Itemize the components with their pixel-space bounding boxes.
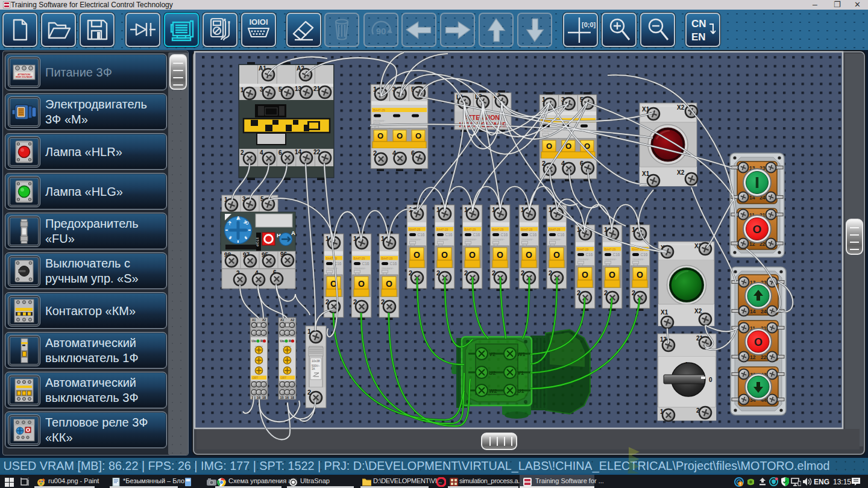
svg-text:!: ! [740,482,741,486]
svg-text:X1: X1 [661,309,668,316]
svg-text:12: 12 [750,354,756,360]
svg-text:W2: W2 [489,388,497,394]
svg-text:O: O [754,336,763,348]
svg-text:2: 2 [241,149,244,156]
svg-text:CN: CN [691,18,706,30]
svg-text:U2: U2 [489,370,496,376]
svg-text:4: 4 [260,149,263,156]
svg-text:24: 24 [761,308,767,314]
svg-text:W1: W1 [517,351,526,357]
svg-text:14: 14 [750,308,756,314]
svg-text:A: A [291,230,295,236]
svg-text:22: 22 [761,354,767,360]
svg-text:O: O [753,223,762,236]
svg-text:HIGH VOLTAGE!: HIGH VOLTAGE! [16,76,33,78]
svg-text:IOIOI: IOIOI [249,17,268,27]
svg-text:[0;0]: [0;0] [582,21,596,28]
svg-text:V2: V2 [489,351,495,357]
svg-text:EN: EN [691,31,706,43]
svg-text:X2: X2 [694,308,702,314]
svg-text:0: 0 [709,377,712,383]
svg-text:90: 90 [376,26,386,36]
svg-text:3A: 3A [312,368,315,371]
svg-text:X2: X2 [677,104,685,111]
svg-text:A: A [236,215,241,221]
svg-text:U1: U1 [517,388,524,394]
svg-text:V1: V1 [517,370,524,376]
svg-text:10x38: 10x38 [312,359,320,363]
svg-text:X2: X2 [677,169,685,176]
